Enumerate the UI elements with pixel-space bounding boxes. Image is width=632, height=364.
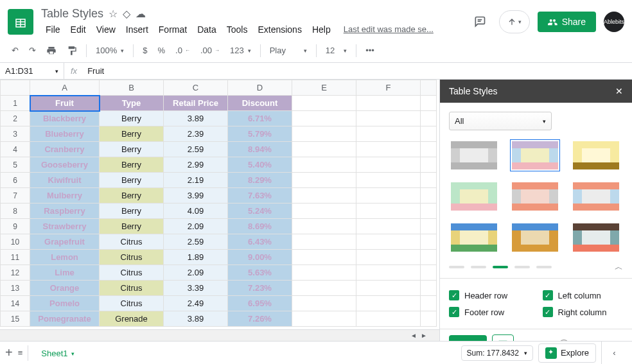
style-template[interactable]	[449, 221, 499, 254]
cell[interactable]: 7.23%	[228, 281, 292, 296]
cell[interactable]: Blueberry	[30, 126, 100, 142]
page-dot[interactable]	[536, 266, 552, 268]
account-avatar[interactable]: Ablebits	[604, 12, 624, 32]
style-template[interactable]	[571, 180, 621, 212]
row-header[interactable]: 9	[1, 219, 30, 234]
cell[interactable]: Orange	[30, 281, 100, 296]
cell[interactable]: Berry	[100, 142, 164, 157]
format-percent-button[interactable]: %	[154, 43, 169, 58]
cell[interactable]: Citrus	[100, 265, 164, 281]
cell[interactable]: Citrus	[100, 281, 164, 296]
menu-edit[interactable]: Edit	[66, 22, 91, 37]
cell[interactable]: Berry	[100, 173, 164, 188]
cell[interactable]: 8.29%	[228, 173, 292, 188]
sidebar-menu-icon[interactable]: ≡	[612, 337, 623, 342]
style-template[interactable]	[510, 180, 560, 212]
cell[interactable]: 6.71%	[228, 111, 292, 126]
left-column-checkbox[interactable]: ✓Left column	[543, 290, 624, 300]
row-header[interactable]: 7	[1, 188, 30, 204]
page-dot[interactable]	[493, 266, 508, 268]
menu-file[interactable]: File	[41, 22, 65, 37]
cell[interactable]: 9.00%	[228, 250, 292, 265]
cell[interactable]: 7.63%	[228, 188, 292, 204]
cell[interactable]: 2.09	[164, 265, 228, 281]
cell[interactable]: 7.26%	[228, 311, 292, 327]
menu-view[interactable]: View	[92, 22, 120, 37]
cell[interactable]: 3.99	[164, 188, 228, 204]
cell[interactable]: Cranberry	[30, 142, 100, 157]
row-header[interactable]: 4	[1, 142, 30, 157]
cell[interactable]: 3.39	[164, 281, 228, 296]
style-template[interactable]	[571, 221, 621, 254]
column-header[interactable]: A	[30, 80, 100, 96]
cell[interactable]: Citrus	[100, 296, 164, 311]
cell[interactable]: 8.94%	[228, 142, 292, 157]
row-header[interactable]: 1	[1, 96, 30, 111]
cell[interactable]: Grenade	[100, 311, 164, 327]
cell[interactable]: 2.49	[164, 296, 228, 311]
row-header[interactable]: 3	[1, 126, 30, 142]
explore-button[interactable]: Explore	[538, 343, 596, 363]
cell[interactable]: Lemon	[30, 250, 100, 265]
sheet-tab[interactable]: Sheet1▾	[33, 343, 82, 362]
select-all-corner[interactable]	[1, 80, 30, 96]
row-header[interactable]: 12	[1, 265, 30, 281]
quicksum-box[interactable]: Sum: 177.8432▾	[461, 345, 533, 361]
style-template[interactable]	[449, 139, 499, 171]
cell[interactable]: 6.95%	[228, 296, 292, 311]
star-icon[interactable]: ☆	[109, 8, 118, 20]
cell[interactable]: Berry	[100, 188, 164, 204]
name-box[interactable]: A1:D31▾	[0, 63, 64, 79]
category-filter-select[interactable]: All▾	[449, 112, 552, 130]
cell[interactable]: Berry	[100, 111, 164, 126]
column-header[interactable]: F	[356, 80, 421, 96]
cell[interactable]: Strawberry	[30, 219, 100, 234]
cell[interactable]: Discount	[228, 96, 292, 111]
column-header[interactable]: E	[292, 80, 356, 96]
row-header[interactable]: 13	[1, 281, 30, 296]
cell[interactable]: 5.24%	[228, 204, 292, 219]
row-header[interactable]: 2	[1, 111, 30, 126]
column-header[interactable]: C	[164, 80, 228, 96]
style-template[interactable]	[571, 139, 621, 171]
move-icon[interactable]: ◇	[123, 8, 130, 20]
more-formats-button[interactable]: 123▾	[226, 43, 255, 58]
apply-style-button[interactable]: Style	[449, 335, 487, 342]
decrease-decimal-button[interactable]: .0←	[171, 43, 194, 58]
column-header[interactable]: D	[228, 80, 292, 96]
cell[interactable]: 4.09	[164, 204, 228, 219]
row-header[interactable]: 14	[1, 296, 30, 311]
cell[interactable]: Berry	[100, 204, 164, 219]
cell[interactable]: Raspberry	[30, 204, 100, 219]
formula-bar[interactable]: Fruit	[83, 66, 108, 76]
menu-tools[interactable]: Tools	[222, 22, 252, 37]
cell[interactable]: Berry	[100, 126, 164, 142]
cell[interactable]: 2.59	[164, 142, 228, 157]
side-panel-toggle[interactable]: ‹	[601, 342, 627, 365]
menu-extensions[interactable]: Extensions	[253, 22, 306, 37]
page-dot[interactable]	[471, 266, 486, 268]
comments-icon[interactable]	[468, 10, 491, 33]
sheets-logo[interactable]	[8, 9, 33, 35]
cell[interactable]: Type	[100, 96, 164, 111]
cell[interactable]: Blackberry	[30, 111, 100, 126]
cell[interactable]: 1.89	[164, 250, 228, 265]
page-dot[interactable]	[449, 266, 464, 268]
column-header[interactable]: B	[100, 80, 164, 96]
cell[interactable]: 2.39	[164, 126, 228, 142]
scroll-left-arrow[interactable]: ◄	[408, 331, 419, 341]
cell[interactable]: Citrus	[100, 250, 164, 265]
menu-data[interactable]: Data	[193, 22, 221, 37]
cell[interactable]: Lime	[30, 265, 100, 281]
cell[interactable]: Grapefruit	[30, 234, 100, 250]
cell[interactable]: 3.89	[164, 111, 228, 126]
collapse-icon[interactable]: ︿	[615, 261, 623, 273]
cell[interactable]: Berry	[100, 219, 164, 234]
undo-button[interactable]: ↶	[8, 43, 22, 58]
footer-row-checkbox[interactable]: ✓Footer row	[449, 307, 530, 317]
menu-format[interactable]: Format	[154, 22, 191, 37]
cell[interactable]: Mulberry	[30, 188, 100, 204]
cell[interactable]: 5.40%	[228, 157, 292, 173]
style-template[interactable]	[510, 221, 560, 254]
add-sheet-button[interactable]: +	[5, 345, 13, 360]
